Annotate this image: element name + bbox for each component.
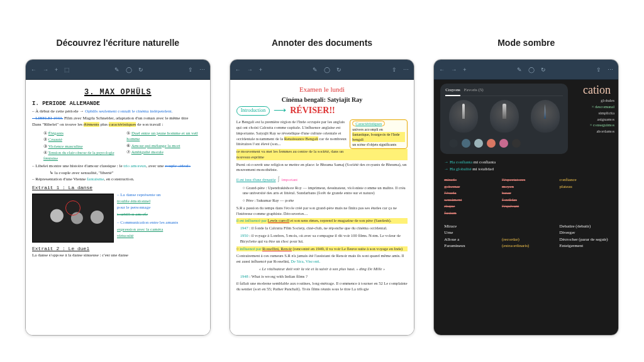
- swatch[interactable]: [487, 139, 496, 148]
- text: Purni où couvrit une religion se mettre …: [236, 162, 408, 173]
- tab-crayons[interactable]: Crayons: [445, 87, 460, 96]
- text: Dans "Ribelei" on trouve les: [32, 122, 82, 127]
- text: Le Bengali est la première région de l'I…: [236, 119, 345, 135]
- text: [559, 190, 608, 196]
- pen-highlighter[interactable]: [490, 100, 519, 133]
- text: (extraordinaris): [502, 243, 551, 249]
- text: – Libelei montre une histoire d'amour cl…: [32, 163, 123, 168]
- text: Debatire (debatir): [559, 224, 608, 229]
- text: il fonde la Calcutta Film Society, ciné-…: [252, 226, 387, 230]
- text: , en construction.: [104, 177, 134, 182]
- text: asignamos: [570, 117, 614, 123]
- panel-title: Mode sombre: [497, 38, 555, 48]
- swatch[interactable]: [512, 139, 521, 148]
- text: Ophüls seulement connaît le cinéma indép…: [85, 109, 172, 114]
- back-icon[interactable]: ←: [235, 67, 241, 73]
- swatch[interactable]: [449, 139, 458, 148]
- text: S.R a passion du temps dans l'école créé…: [236, 206, 408, 217]
- undo-icon[interactable]: ↻: [138, 67, 143, 73]
- text: il est influencé par: [236, 218, 267, 222]
- fwd-icon[interactable]: →: [43, 67, 48, 73]
- section-heading: I. PERIODE ALLEMANDE: [32, 100, 204, 107]
- undo-icon[interactable]: ↻: [541, 67, 546, 73]
- text: et son sens rimes, reprend le magazine d…: [291, 218, 392, 222]
- pen-marker[interactable]: [449, 100, 478, 133]
- lasso-icon[interactable]: ◯: [324, 67, 330, 73]
- text: – LIBELEI 1933.: [32, 116, 63, 121]
- more-icon[interactable]: ⋯: [608, 67, 613, 73]
- text: – À début de cette période →: [32, 109, 84, 114]
- pen-picker-sheet: Crayons Favoris (5): [440, 84, 568, 154]
- add-icon[interactable]: +: [259, 67, 262, 73]
- swatch[interactable]: [499, 139, 508, 148]
- characteristics-box: Caractéristiques univers accompli en fan…: [350, 119, 408, 149]
- back-icon[interactable]: ←: [31, 67, 36, 73]
- pen-icon[interactable]: ✎: [114, 67, 119, 73]
- text: Diverger: [559, 230, 608, 236]
- more-icon[interactable]: ⋯: [199, 67, 205, 73]
- panel-title: Annoter des documents: [272, 38, 372, 48]
- tab-favoris[interactable]: Favoris (5): [464, 87, 484, 93]
- text: – Répresentation d'une Vienne: [32, 177, 86, 182]
- text: [502, 230, 551, 236]
- intro-pill: Introduction: [236, 106, 270, 116]
- text: mirado: [444, 177, 493, 183]
- text: Alloue a: [444, 237, 493, 243]
- more-icon[interactable]: ⋯: [403, 67, 409, 73]
- undo-icon[interactable]: ↻: [336, 67, 341, 73]
- fwd-icon[interactable]: →: [451, 67, 457, 73]
- highlighted-text: ce mouvement va met les femmes au centre…: [236, 149, 408, 160]
- text: Mirace: [444, 224, 493, 229]
- add-icon[interactable]: +: [463, 67, 466, 73]
- lasso-icon[interactable]: ◯: [126, 67, 132, 73]
- eraser-icon[interactable]: ◯: [528, 67, 535, 73]
- text: [559, 197, 608, 203]
- side-wordlist: globales × descomunal simplicita asignam…: [570, 98, 614, 134]
- text: [502, 211, 551, 216]
- text: [502, 224, 551, 229]
- text: il voyage à Londres, 5 mois, où avec sa …: [240, 233, 401, 243]
- share-icon[interactable]: ⇪: [596, 67, 601, 73]
- back-icon[interactable]: ←: [439, 67, 445, 73]
- share-icon[interactable]: ⇪: [188, 67, 193, 73]
- text: What is wrong with Indian films ?: [252, 274, 308, 278]
- pen-icon[interactable]: ✎: [517, 67, 522, 73]
- pen-icon[interactable]: ✎: [313, 67, 318, 73]
- exam-annotation: Examen le lundi: [236, 85, 408, 94]
- swatch[interactable]: [474, 139, 483, 148]
- panel-title: Découvrez l'écriture naturelle: [57, 38, 180, 48]
- arrow-icon: ⟶: [274, 105, 286, 117]
- text: Élégants: [48, 131, 64, 136]
- share-icon[interactable]: ⇪: [392, 67, 397, 73]
- add-icon[interactable]: +: [55, 67, 58, 73]
- text: fusium: [444, 211, 493, 216]
- fwd-icon[interactable]: →: [247, 67, 253, 73]
- year: 1950: [240, 233, 248, 238]
- text: influencé par: [240, 246, 261, 251]
- text: × descomunal: [570, 104, 614, 110]
- extract-heading: Extrait 1 : La danse: [32, 185, 204, 192]
- color-swatches: [445, 138, 563, 148]
- text: l'éspectatores: [502, 177, 551, 183]
- text: Grand-père : Upendrakishore Roy — imprim…: [243, 185, 406, 195]
- text: il est issu d'une dynastie: [236, 177, 276, 182]
- reviser-annotation: RÉVISER!!: [290, 105, 335, 117]
- shape-icon[interactable]: ⬚: [64, 67, 70, 73]
- script-heading: cation: [570, 81, 614, 97]
- pen-fountain[interactable]: [531, 100, 560, 133]
- text: [559, 211, 608, 216]
- text: simplicita: [570, 111, 614, 116]
- text: → Ha confianta: [444, 160, 472, 165]
- text: gobernar: [444, 184, 493, 190]
- pen-tabs: Crayons Favoris (5): [445, 87, 563, 96]
- swatch[interactable]: [462, 139, 470, 148]
- text: × conseguimos: [570, 123, 614, 128]
- text: trio amoreux: [123, 163, 146, 168]
- app-toolbar: ← → + ⬚ ✎ ◯ ↻ ⇪ ⋯: [26, 60, 210, 80]
- text: Duel entre un jeune homme et un veil hom…: [126, 131, 197, 141]
- text: Rossellini, Renoir: [262, 246, 292, 251]
- text: Violence masculine: [48, 144, 83, 149]
- text: abordamos: [570, 129, 614, 134]
- text: De Sica, Visconti.: [291, 259, 320, 263]
- quote: « Le réalisateur doit voir la vie et la …: [236, 266, 408, 272]
